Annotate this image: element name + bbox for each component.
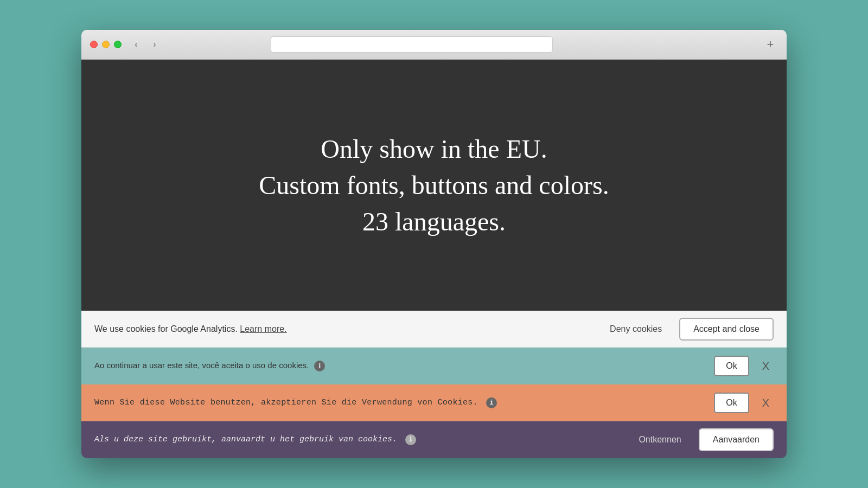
traffic-lights — [90, 41, 122, 48]
hero-line1: Only show in the EU. — [321, 134, 547, 163]
hero-section: Only show in the EU. Custom fonts, butto… — [81, 60, 787, 311]
minimize-button[interactable] — [102, 41, 110, 48]
banner2-info-icon[interactable]: i — [314, 361, 325, 371]
cookie-banner-4: Als u deze site gebruikt, aanvaardt u he… — [81, 421, 787, 458]
hero-line3: 23 languages. — [362, 207, 506, 236]
banner3-ok-button[interactable]: Ok — [714, 393, 749, 413]
browser-chrome: ‹ › + — [81, 30, 787, 60]
banner3-info-icon[interactable]: i — [486, 397, 497, 408]
banner4-text: Als u deze site gebruikt, aanvaardt u he… — [94, 434, 621, 445]
banner1-deny-button[interactable]: Deny cookies — [601, 324, 671, 334]
browser-content: Only show in the EU. Custom fonts, butto… — [81, 60, 787, 458]
cookie-banner-3: Wenn Sie diese Website benutzen, akzepti… — [81, 384, 787, 421]
banner1-learn-more-link[interactable]: Learn more. — [240, 324, 286, 333]
forward-button[interactable]: › — [146, 38, 163, 51]
address-bar[interactable] — [271, 36, 553, 53]
banner2-ok-button[interactable]: Ok — [714, 356, 749, 376]
banner4-deny-button[interactable]: Ontkennen — [630, 435, 690, 445]
cookie-banner-1: We use cookies for Google Analytics. Lea… — [81, 311, 787, 348]
new-tab-button[interactable]: + — [763, 37, 778, 52]
hero-text: Only show in the EU. Custom fonts, butto… — [259, 131, 609, 240]
close-button[interactable] — [90, 41, 98, 48]
banner2-text: Ao continuar a usar este site, você acei… — [94, 361, 705, 371]
banner1-accept-button[interactable]: Accept and close — [679, 318, 774, 341]
banner1-text: We use cookies for Google Analytics. Lea… — [94, 324, 592, 334]
browser-window: ‹ › + Only show in the EU. Custom fonts,… — [81, 30, 787, 458]
banner4-accept-button[interactable]: Aanvaarden — [699, 428, 774, 451]
nav-buttons: ‹ › — [128, 38, 163, 51]
banner2-close-button[interactable]: X — [758, 360, 774, 373]
hero-line2: Custom fonts, buttons and colors. — [259, 171, 609, 200]
banner3-close-button[interactable]: X — [758, 397, 774, 409]
back-button[interactable]: ‹ — [128, 38, 144, 51]
banner3-text: Wenn Sie diese Website benutzen, akzepti… — [94, 397, 705, 408]
cookie-banner-2: Ao continuar a usar este site, você acei… — [81, 348, 787, 384]
maximize-button[interactable] — [114, 41, 122, 48]
banner4-info-icon[interactable]: i — [405, 434, 416, 445]
